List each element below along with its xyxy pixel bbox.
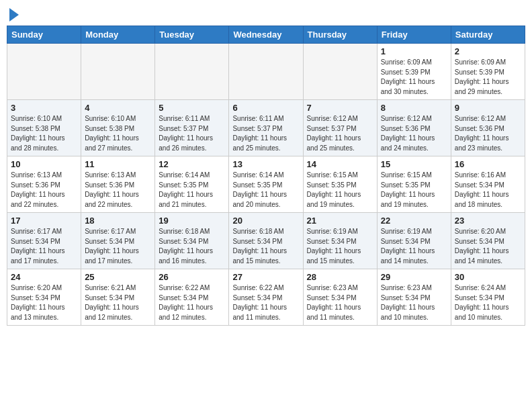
day-number: 3 <box>11 103 77 113</box>
calendar-cell: 9Sunrise: 6:12 AM Sunset: 5:36 PM Daylig… <box>451 100 525 156</box>
day-info: Sunrise: 6:15 AM Sunset: 5:35 PM Dayligh… <box>381 171 447 210</box>
day-number: 14 <box>307 159 373 169</box>
calendar-cell: 17Sunrise: 6:17 AM Sunset: 5:34 PM Dayli… <box>7 213 81 269</box>
day-number: 5 <box>159 103 225 113</box>
day-info: Sunrise: 6:19 AM Sunset: 5:34 PM Dayligh… <box>381 227 447 266</box>
calendar-week-row: 24Sunrise: 6:20 AM Sunset: 5:34 PM Dayli… <box>7 269 525 326</box>
calendar-cell: 1Sunrise: 6:09 AM Sunset: 5:39 PM Daylig… <box>377 44 451 100</box>
calendar-cell: 28Sunrise: 6:23 AM Sunset: 5:34 PM Dayli… <box>303 269 377 326</box>
calendar-cell: 19Sunrise: 6:18 AM Sunset: 5:34 PM Dayli… <box>155 213 229 269</box>
day-info: Sunrise: 6:20 AM Sunset: 5:34 PM Dayligh… <box>11 283 77 322</box>
day-info: Sunrise: 6:21 AM Sunset: 5:34 PM Dayligh… <box>85 283 151 322</box>
day-info: Sunrise: 6:13 AM Sunset: 5:36 PM Dayligh… <box>11 171 77 210</box>
day-info: Sunrise: 6:12 AM Sunset: 5:36 PM Dayligh… <box>381 114 447 153</box>
day-number: 10 <box>11 159 77 169</box>
calendar-cell <box>303 44 377 100</box>
calendar-cell: 16Sunrise: 6:16 AM Sunset: 5:34 PM Dayli… <box>451 156 525 213</box>
day-number: 11 <box>85 159 151 169</box>
day-info: Sunrise: 6:11 AM Sunset: 5:37 PM Dayligh… <box>159 114 225 153</box>
calendar-cell: 7Sunrise: 6:12 AM Sunset: 5:37 PM Daylig… <box>303 100 377 156</box>
day-number: 7 <box>307 103 373 113</box>
day-info: Sunrise: 6:22 AM Sunset: 5:34 PM Dayligh… <box>159 283 225 322</box>
calendar-week-row: 10Sunrise: 6:13 AM Sunset: 5:36 PM Dayli… <box>7 156 525 213</box>
calendar-cell: 26Sunrise: 6:22 AM Sunset: 5:34 PM Dayli… <box>155 269 229 326</box>
day-info: Sunrise: 6:20 AM Sunset: 5:34 PM Dayligh… <box>455 227 521 266</box>
calendar-cell: 11Sunrise: 6:13 AM Sunset: 5:36 PM Dayli… <box>81 156 155 213</box>
day-number: 8 <box>381 103 447 113</box>
day-header-tuesday: Tuesday <box>155 26 229 44</box>
day-number: 24 <box>11 272 77 282</box>
calendar-cell: 18Sunrise: 6:17 AM Sunset: 5:34 PM Dayli… <box>81 213 155 269</box>
calendar-cell: 20Sunrise: 6:18 AM Sunset: 5:34 PM Dayli… <box>229 213 303 269</box>
day-header-wednesday: Wednesday <box>229 26 303 44</box>
day-number: 17 <box>11 216 77 226</box>
day-info: Sunrise: 6:14 AM Sunset: 5:35 PM Dayligh… <box>159 171 225 210</box>
day-info: Sunrise: 6:19 AM Sunset: 5:34 PM Dayligh… <box>307 227 373 266</box>
day-info: Sunrise: 6:13 AM Sunset: 5:36 PM Dayligh… <box>85 171 151 210</box>
calendar-header-row: SundayMondayTuesdayWednesdayThursdayFrid… <box>7 26 525 44</box>
day-number: 22 <box>381 216 447 226</box>
day-info: Sunrise: 6:09 AM Sunset: 5:39 PM Dayligh… <box>455 58 521 97</box>
calendar-cell: 10Sunrise: 6:13 AM Sunset: 5:36 PM Dayli… <box>7 156 81 213</box>
day-number: 23 <box>455 216 521 226</box>
day-header-thursday: Thursday <box>303 26 377 44</box>
calendar-cell <box>7 44 81 100</box>
calendar-cell: 15Sunrise: 6:15 AM Sunset: 5:35 PM Dayli… <box>377 156 451 213</box>
day-info: Sunrise: 6:10 AM Sunset: 5:38 PM Dayligh… <box>85 114 151 153</box>
day-number: 4 <box>85 103 151 113</box>
day-info: Sunrise: 6:23 AM Sunset: 5:34 PM Dayligh… <box>381 283 447 322</box>
calendar-week-row: 17Sunrise: 6:17 AM Sunset: 5:34 PM Dayli… <box>7 213 525 269</box>
calendar-cell: 24Sunrise: 6:20 AM Sunset: 5:34 PM Dayli… <box>7 269 81 326</box>
calendar-cell <box>81 44 155 100</box>
day-info: Sunrise: 6:14 AM Sunset: 5:35 PM Dayligh… <box>232 171 299 210</box>
day-info: Sunrise: 6:16 AM Sunset: 5:34 PM Dayligh… <box>455 171 521 210</box>
day-info: Sunrise: 6:17 AM Sunset: 5:34 PM Dayligh… <box>85 227 151 266</box>
day-info: Sunrise: 6:23 AM Sunset: 5:34 PM Dayligh… <box>307 283 373 322</box>
day-info: Sunrise: 6:11 AM Sunset: 5:37 PM Dayligh… <box>232 114 299 153</box>
day-number: 30 <box>455 272 521 282</box>
calendar-cell: 21Sunrise: 6:19 AM Sunset: 5:34 PM Dayli… <box>303 213 377 269</box>
day-number: 21 <box>307 216 373 226</box>
day-number: 12 <box>159 159 225 169</box>
calendar-cell: 30Sunrise: 6:24 AM Sunset: 5:34 PM Dayli… <box>451 269 525 326</box>
logo-arrow-icon <box>9 8 19 21</box>
day-number: 25 <box>85 272 151 282</box>
page-header <box>7 7 525 21</box>
day-info: Sunrise: 6:15 AM Sunset: 5:35 PM Dayligh… <box>307 171 373 210</box>
day-number: 18 <box>85 216 151 226</box>
calendar-cell: 25Sunrise: 6:21 AM Sunset: 5:34 PM Dayli… <box>81 269 155 326</box>
day-number: 29 <box>381 272 447 282</box>
calendar-cell: 8Sunrise: 6:12 AM Sunset: 5:36 PM Daylig… <box>377 100 451 156</box>
day-number: 16 <box>455 159 521 169</box>
calendar-cell <box>229 44 303 100</box>
logo <box>7 7 19 21</box>
calendar-cell: 23Sunrise: 6:20 AM Sunset: 5:34 PM Dayli… <box>451 213 525 269</box>
day-number: 2 <box>455 46 521 56</box>
calendar-cell: 6Sunrise: 6:11 AM Sunset: 5:37 PM Daylig… <box>229 100 303 156</box>
calendar-week-row: 3Sunrise: 6:10 AM Sunset: 5:38 PM Daylig… <box>7 100 525 156</box>
day-number: 9 <box>455 103 521 113</box>
day-number: 28 <box>307 272 373 282</box>
day-info: Sunrise: 6:10 AM Sunset: 5:38 PM Dayligh… <box>11 114 77 153</box>
day-number: 20 <box>232 216 299 226</box>
day-number: 13 <box>232 159 299 169</box>
day-info: Sunrise: 6:12 AM Sunset: 5:36 PM Dayligh… <box>455 114 521 153</box>
day-header-monday: Monday <box>81 26 155 44</box>
day-header-saturday: Saturday <box>451 26 525 44</box>
day-info: Sunrise: 6:24 AM Sunset: 5:34 PM Dayligh… <box>455 283 521 322</box>
calendar-cell: 12Sunrise: 6:14 AM Sunset: 5:35 PM Dayli… <box>155 156 229 213</box>
day-info: Sunrise: 6:18 AM Sunset: 5:34 PM Dayligh… <box>232 227 299 266</box>
day-info: Sunrise: 6:12 AM Sunset: 5:37 PM Dayligh… <box>307 114 373 153</box>
day-number: 19 <box>159 216 225 226</box>
day-number: 27 <box>232 272 299 282</box>
calendar-cell: 14Sunrise: 6:15 AM Sunset: 5:35 PM Dayli… <box>303 156 377 213</box>
day-number: 26 <box>159 272 225 282</box>
day-number: 1 <box>381 46 447 56</box>
calendar-cell: 3Sunrise: 6:10 AM Sunset: 5:38 PM Daylig… <box>7 100 81 156</box>
day-info: Sunrise: 6:09 AM Sunset: 5:39 PM Dayligh… <box>381 58 447 97</box>
calendar-cell: 4Sunrise: 6:10 AM Sunset: 5:38 PM Daylig… <box>81 100 155 156</box>
calendar-cell: 2Sunrise: 6:09 AM Sunset: 5:39 PM Daylig… <box>451 44 525 100</box>
calendar-cell <box>155 44 229 100</box>
day-info: Sunrise: 6:22 AM Sunset: 5:34 PM Dayligh… <box>232 283 299 322</box>
calendar-cell: 13Sunrise: 6:14 AM Sunset: 5:35 PM Dayli… <box>229 156 303 213</box>
